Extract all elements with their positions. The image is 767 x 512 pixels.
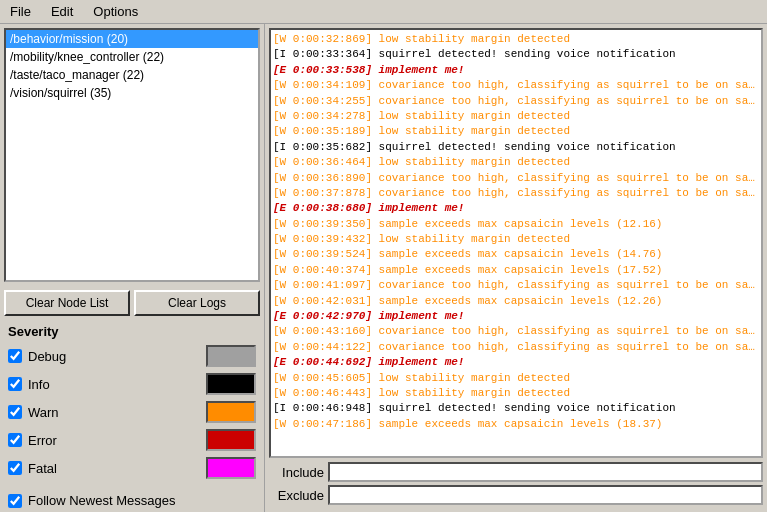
left-panel: /behavior/mission (20)/mobility/knee_con… [0,24,265,512]
log-line: [W 0:00:32:869] low stability margin det… [273,32,759,47]
log-line: [I 0:00:46:948] squirrel detected! sendi… [273,401,759,416]
log-line: [W 0:00:36:890] covariance too high, cla… [273,171,759,186]
exclude-row: Exclude [269,485,763,505]
log-line: [W 0:00:40:374] sample exceeds max capsa… [273,263,759,278]
severity-color-swatch-debug[interactable] [206,345,256,367]
include-label: Include [269,465,324,480]
severity-label-info: Info [28,377,206,392]
severity-checkbox-debug[interactable] [8,349,22,363]
log-line: [W 0:00:42:031] sample exceeds max capsa… [273,294,759,309]
log-line: [E 0:00:44:692] implement me! [273,355,759,370]
severity-label-error: Error [28,433,206,448]
log-area[interactable]: [W 0:00:32:869] low stability margin det… [269,28,763,458]
node-list-item[interactable]: /vision/squirrel (35) [6,84,258,102]
exclude-label: Exclude [269,488,324,503]
menu-options[interactable]: Options [87,2,144,21]
node-list[interactable]: /behavior/mission (20)/mobility/knee_con… [4,28,260,282]
log-line: [E 0:00:38:680] implement me! [273,201,759,216]
follow-newest-checkbox[interactable] [8,494,22,508]
main-layout: /behavior/mission (20)/mobility/knee_con… [0,24,767,512]
severity-checkbox-info[interactable] [8,377,22,391]
severity-color-swatch-warn[interactable] [206,401,256,423]
exclude-input[interactable] [328,485,763,505]
log-line: [W 0:00:46:443] low stability margin det… [273,386,759,401]
severity-label-debug: Debug [28,349,206,364]
severity-label-warn: Warn [28,405,206,420]
node-list-item[interactable]: /taste/taco_manager (22) [6,66,258,84]
log-line: [W 0:00:47:186] sample exceeds max capsa… [273,417,759,432]
log-line: [E 0:00:33:538] implement me! [273,63,759,78]
log-line: [W 0:00:44:122] covariance too high, cla… [273,340,759,355]
severity-checkbox-error[interactable] [8,433,22,447]
log-line: [W 0:00:37:878] covariance too high, cla… [273,186,759,201]
log-line: [W 0:00:36:464] low stability margin det… [273,155,759,170]
log-line: [W 0:00:34:255] covariance too high, cla… [273,94,759,109]
severity-row-debug: Debug [8,345,256,367]
node-list-item[interactable]: /mobility/knee_controller (22) [6,48,258,66]
log-line: [W 0:00:39:524] sample exceeds max capsa… [273,247,759,262]
include-row: Include [269,462,763,482]
log-line: [W 0:00:43:160] covariance too high, cla… [273,324,759,339]
filter-section: Include Exclude [265,460,767,512]
buttons-row: Clear Node List Clear Logs [0,286,264,320]
log-line: [I 0:00:33:364] squirrel detected! sendi… [273,47,759,62]
severity-row-warn: Warn [8,401,256,423]
log-line: [E 0:00:42:970] implement me! [273,309,759,324]
severity-checkbox-fatal[interactable] [8,461,22,475]
menu-file[interactable]: File [4,2,37,21]
severity-color-swatch-error[interactable] [206,429,256,451]
right-panel: [W 0:00:32:869] low stability margin det… [265,24,767,512]
node-list-item[interactable]: /behavior/mission (20) [6,30,258,48]
menubar: File Edit Options [0,0,767,24]
follow-row: Follow Newest Messages [0,489,264,512]
severity-row-error: Error [8,429,256,451]
log-line: [W 0:00:35:189] low stability margin det… [273,124,759,139]
log-line: [W 0:00:41:097] covariance too high, cla… [273,278,759,293]
log-line: [W 0:00:39:350] sample exceeds max capsa… [273,217,759,232]
clear-logs-button[interactable]: Clear Logs [134,290,260,316]
follow-newest-label: Follow Newest Messages [28,493,175,508]
severity-row-info: Info [8,373,256,395]
menu-edit[interactable]: Edit [45,2,79,21]
severity-color-swatch-fatal[interactable] [206,457,256,479]
severity-color-swatch-info[interactable] [206,373,256,395]
include-input[interactable] [328,462,763,482]
severity-section: Severity DebugInfoWarnErrorFatal [0,320,264,489]
log-line: [W 0:00:39:432] low stability margin det… [273,232,759,247]
severity-title: Severity [8,324,256,339]
clear-node-list-button[interactable]: Clear Node List [4,290,130,316]
severity-checkbox-warn[interactable] [8,405,22,419]
log-line: [W 0:00:34:278] low stability margin det… [273,109,759,124]
severity-row-fatal: Fatal [8,457,256,479]
log-line: [I 0:00:35:682] squirrel detected! sendi… [273,140,759,155]
severity-label-fatal: Fatal [28,461,206,476]
log-line: [W 0:00:45:605] low stability margin det… [273,371,759,386]
log-line: [W 0:00:34:109] covariance too high, cla… [273,78,759,93]
